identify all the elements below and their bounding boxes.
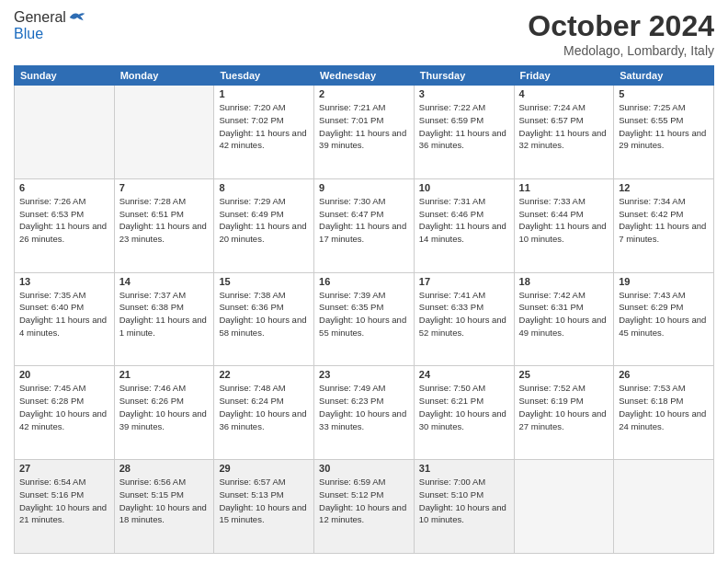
day-number: 7 (119, 182, 210, 193)
week-row-2: 6Sunrise: 7:26 AMSunset: 6:53 PMDaylight… (15, 178, 714, 272)
calendar-cell (614, 460, 714, 554)
day-info: Sunrise: 7:24 AMSunset: 6:57 PMDaylight:… (519, 101, 609, 152)
day-info: Sunrise: 7:41 AMSunset: 6:33 PMDaylight:… (419, 289, 509, 339)
day-number: 20 (19, 369, 109, 380)
page: General Blue October 2024 Medolago, Lomb… (0, 0, 728, 563)
calendar-cell: 7Sunrise: 7:28 AMSunset: 6:51 PMDaylight… (114, 178, 214, 272)
day-info: Sunrise: 6:59 AMSunset: 5:12 PMDaylight:… (319, 476, 409, 526)
day-number: 25 (519, 369, 609, 380)
calendar-cell: 14Sunrise: 7:37 AMSunset: 6:38 PMDayligh… (114, 272, 214, 366)
calendar-table: SundayMondayTuesdayWednesdayThursdayFrid… (14, 65, 714, 554)
day-number: 28 (119, 463, 210, 474)
calendar-cell: 19Sunrise: 7:43 AMSunset: 6:29 PMDayligh… (614, 272, 714, 366)
day-number: 8 (219, 182, 309, 193)
calendar-cell: 6Sunrise: 7:26 AMSunset: 6:53 PMDaylight… (15, 178, 115, 272)
day-info: Sunrise: 7:52 AMSunset: 6:19 PMDaylight:… (519, 382, 609, 432)
calendar-cell: 25Sunrise: 7:52 AMSunset: 6:19 PMDayligh… (514, 366, 614, 460)
day-info: Sunrise: 7:33 AMSunset: 6:44 PMDaylight:… (519, 195, 609, 246)
calendar-cell: 11Sunrise: 7:33 AMSunset: 6:44 PMDayligh… (514, 178, 614, 272)
day-info: Sunrise: 7:00 AMSunset: 5:10 PMDaylight:… (419, 476, 509, 526)
day-info: Sunrise: 7:30 AMSunset: 6:47 PMDaylight:… (319, 195, 409, 246)
day-number: 29 (219, 463, 309, 474)
day-info: Sunrise: 7:38 AMSunset: 6:36 PMDaylight:… (219, 289, 309, 339)
day-info: Sunrise: 7:42 AMSunset: 6:31 PMDaylight:… (519, 289, 609, 339)
day-info: Sunrise: 7:39 AMSunset: 6:35 PMDaylight:… (319, 289, 409, 339)
day-number: 4 (519, 88, 609, 99)
day-info: Sunrise: 7:22 AMSunset: 6:59 PMDaylight:… (419, 101, 509, 152)
day-info: Sunrise: 7:25 AMSunset: 6:55 PMDaylight:… (619, 101, 709, 152)
day-info: Sunrise: 7:34 AMSunset: 6:42 PMDaylight:… (619, 195, 709, 246)
day-number: 3 (419, 88, 509, 99)
day-info: Sunrise: 7:28 AMSunset: 6:51 PMDaylight:… (119, 195, 210, 246)
calendar-cell: 30Sunrise: 6:59 AMSunset: 5:12 PMDayligh… (314, 460, 415, 554)
day-header-thursday: Thursday (414, 66, 514, 86)
day-number: 26 (619, 369, 709, 380)
logo-general-text: General (14, 9, 66, 26)
day-number: 12 (619, 182, 709, 193)
calendar-cell: 22Sunrise: 7:48 AMSunset: 6:24 PMDayligh… (214, 366, 314, 460)
day-number: 9 (319, 182, 409, 193)
day-info: Sunrise: 7:35 AMSunset: 6:40 PMDaylight:… (19, 289, 109, 339)
day-info: Sunrise: 7:53 AMSunset: 6:18 PMDaylight:… (619, 382, 709, 432)
calendar-cell: 12Sunrise: 7:34 AMSunset: 6:42 PMDayligh… (614, 178, 714, 272)
title-section: October 2024 Medolago, Lombardy, Italy (528, 9, 714, 58)
calendar-cell: 1Sunrise: 7:20 AMSunset: 7:02 PMDaylight… (214, 86, 314, 179)
day-number: 30 (319, 463, 409, 474)
day-info: Sunrise: 7:50 AMSunset: 6:21 PMDaylight:… (419, 382, 509, 432)
calendar-cell: 8Sunrise: 7:29 AMSunset: 6:49 PMDaylight… (214, 178, 314, 272)
day-number: 13 (19, 276, 109, 287)
calendar-cell: 28Sunrise: 6:56 AMSunset: 5:15 PMDayligh… (114, 460, 214, 554)
day-info: Sunrise: 7:37 AMSunset: 6:38 PMDaylight:… (119, 289, 210, 339)
day-number: 15 (219, 276, 309, 287)
day-header-saturday: Saturday (614, 66, 714, 86)
calendar-cell: 5Sunrise: 7:25 AMSunset: 6:55 PMDaylight… (614, 86, 714, 179)
calendar-cell (15, 86, 115, 179)
calendar-cell: 16Sunrise: 7:39 AMSunset: 6:35 PMDayligh… (314, 272, 415, 366)
calendar-cell: 31Sunrise: 7:00 AMSunset: 5:10 PMDayligh… (414, 460, 514, 554)
day-header-wednesday: Wednesday (314, 66, 415, 86)
day-header-friday: Friday (514, 66, 614, 86)
calendar-cell: 17Sunrise: 7:41 AMSunset: 6:33 PMDayligh… (414, 272, 514, 366)
day-info: Sunrise: 7:49 AMSunset: 6:23 PMDaylight:… (319, 382, 409, 432)
day-info: Sunrise: 7:43 AMSunset: 6:29 PMDaylight:… (619, 289, 709, 339)
calendar-cell: 26Sunrise: 7:53 AMSunset: 6:18 PMDayligh… (614, 366, 714, 460)
calendar-cell: 29Sunrise: 6:57 AMSunset: 5:13 PMDayligh… (214, 460, 314, 554)
day-number: 2 (319, 88, 409, 99)
calendar-cell: 21Sunrise: 7:46 AMSunset: 6:26 PMDayligh… (114, 366, 214, 460)
day-info: Sunrise: 6:57 AMSunset: 5:13 PMDaylight:… (219, 476, 309, 526)
day-number: 14 (119, 276, 210, 287)
logo: General Blue (14, 9, 86, 42)
day-info: Sunrise: 7:21 AMSunset: 7:01 PMDaylight:… (319, 101, 409, 152)
day-info: Sunrise: 7:29 AMSunset: 6:49 PMDaylight:… (219, 195, 309, 246)
day-number: 1 (219, 88, 309, 99)
day-number: 24 (419, 369, 509, 380)
location: Medolago, Lombardy, Italy (528, 43, 714, 58)
day-number: 11 (519, 182, 609, 193)
day-info: Sunrise: 7:48 AMSunset: 6:24 PMDaylight:… (219, 382, 309, 432)
day-number: 21 (119, 369, 210, 380)
calendar-cell: 2Sunrise: 7:21 AMSunset: 7:01 PMDaylight… (314, 86, 415, 179)
day-header-monday: Monday (114, 66, 214, 86)
day-info: Sunrise: 7:45 AMSunset: 6:28 PMDaylight:… (19, 382, 109, 432)
day-info: Sunrise: 6:54 AMSunset: 5:16 PMDaylight:… (19, 476, 109, 526)
day-number: 17 (419, 276, 509, 287)
logo-bird-icon (68, 9, 86, 26)
calendar-cell: 3Sunrise: 7:22 AMSunset: 6:59 PMDaylight… (414, 86, 514, 179)
calendar-cell: 15Sunrise: 7:38 AMSunset: 6:36 PMDayligh… (214, 272, 314, 366)
header: General Blue October 2024 Medolago, Lomb… (14, 9, 714, 58)
day-number: 27 (19, 463, 109, 474)
day-header-tuesday: Tuesday (214, 66, 314, 86)
day-info: Sunrise: 7:31 AMSunset: 6:46 PMDaylight:… (419, 195, 509, 246)
day-info: Sunrise: 7:46 AMSunset: 6:26 PMDaylight:… (119, 382, 210, 432)
day-info: Sunrise: 6:56 AMSunset: 5:15 PMDaylight:… (119, 476, 210, 526)
day-number: 23 (319, 369, 409, 380)
day-info: Sunrise: 7:26 AMSunset: 6:53 PMDaylight:… (19, 195, 109, 246)
calendar-cell: 18Sunrise: 7:42 AMSunset: 6:31 PMDayligh… (514, 272, 614, 366)
week-row-4: 20Sunrise: 7:45 AMSunset: 6:28 PMDayligh… (15, 366, 714, 460)
day-number: 31 (419, 463, 509, 474)
day-headers-row: SundayMondayTuesdayWednesdayThursdayFrid… (15, 66, 714, 86)
day-number: 19 (619, 276, 709, 287)
calendar-cell: 13Sunrise: 7:35 AMSunset: 6:40 PMDayligh… (15, 272, 115, 366)
calendar-cell (114, 86, 214, 179)
calendar-cell: 23Sunrise: 7:49 AMSunset: 6:23 PMDayligh… (314, 366, 415, 460)
